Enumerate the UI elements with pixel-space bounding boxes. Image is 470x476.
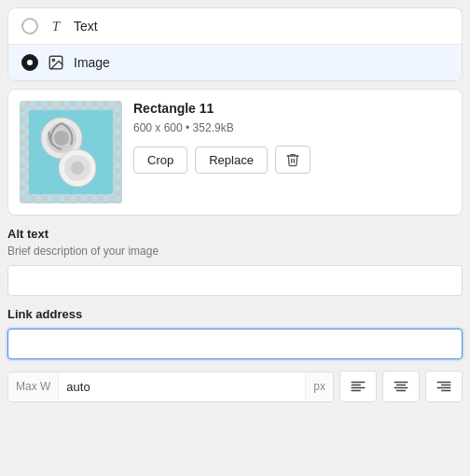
align-center-button[interactable] — [382, 371, 420, 402]
link-address-input[interactable] — [7, 329, 463, 359]
max-width-input-group: Max W px — [7, 371, 334, 402]
image-dimensions: 600 x 600 — [133, 121, 183, 134]
type-option-text[interactable]: T Text — [8, 8, 462, 45]
size-value-input[interactable] — [59, 372, 305, 401]
image-radio[interactable] — [21, 54, 38, 71]
image-card: Rectangle 11 600 x 600 • 352.9kB Crop Re… — [7, 89, 463, 216]
align-right-icon — [435, 378, 452, 395]
alt-text-label: Alt text — [7, 227, 463, 241]
align-right-button[interactable] — [425, 371, 463, 402]
image-size: 352.9kB — [193, 121, 234, 134]
svg-point-1 — [52, 59, 54, 61]
type-option-image[interactable]: Image — [8, 45, 462, 80]
size-unit-label: px — [305, 372, 333, 400]
image-meta: 600 x 600 • 352.9kB — [133, 121, 450, 134]
svg-point-5 — [54, 131, 69, 146]
align-left-button[interactable] — [339, 371, 377, 402]
crop-button[interactable]: Crop — [133, 147, 187, 174]
link-address-section: Link address — [7, 307, 463, 359]
image-info-panel: Rectangle 11 600 x 600 • 352.9kB Crop Re… — [133, 101, 450, 174]
svg-point-8 — [71, 161, 84, 175]
alt-text-input[interactable] — [7, 265, 463, 296]
image-type-icon — [46, 52, 66, 73]
size-label: Max W — [8, 372, 59, 400]
alt-text-section: Alt text Brief description of your image — [7, 227, 463, 296]
image-option-label: Image — [74, 55, 110, 70]
align-center-icon — [393, 378, 409, 395]
link-address-label: Link address — [7, 307, 463, 321]
text-option-label: Text — [74, 19, 98, 34]
type-selector-panel: T Text Image — [7, 7, 463, 81]
align-left-icon — [350, 378, 366, 395]
delete-button[interactable] — [275, 146, 311, 174]
image-separator: • — [186, 121, 189, 134]
text-icon: T — [46, 16, 66, 36]
bottom-toolbar: Max W px — [7, 371, 463, 402]
thumbnail-svg — [29, 110, 113, 194]
text-radio[interactable] — [21, 18, 38, 35]
alt-text-sublabel: Brief description of your image — [7, 245, 463, 258]
replace-button[interactable]: Replace — [195, 147, 268, 174]
trash-icon — [285, 152, 300, 167]
image-actions: Crop Replace — [133, 146, 450, 174]
image-thumbnail — [20, 101, 122, 203]
image-name: Rectangle 11 — [133, 101, 450, 116]
